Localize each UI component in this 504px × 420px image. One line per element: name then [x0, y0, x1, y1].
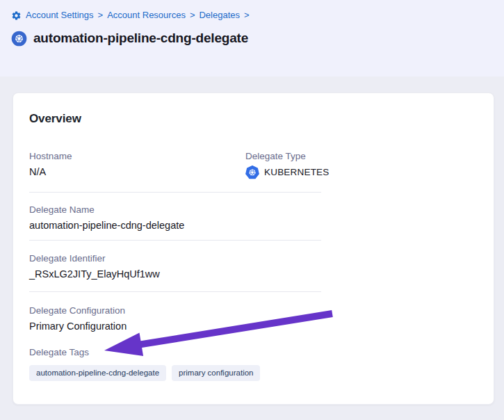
breadcrumb-separator: > — [98, 10, 104, 21]
delegate-type-field: Delegate Type — [245, 150, 330, 179]
hostname-label: Hostname — [29, 150, 245, 162]
settings-gear-icon — [11, 10, 22, 21]
delegate-tag: automation-pipeline-cdng-delegate — [29, 365, 166, 381]
delegate-name-value: automation-pipeline-cdng-delegate — [29, 219, 321, 232]
delegate-name-label: Delegate Name — [29, 204, 321, 216]
delegate-name-row: Delegate Name automation-pipeline-cdng-d… — [29, 193, 321, 241]
delegate-tags-row: Delegate Tags automation-pipeline-cdng-d… — [29, 346, 321, 381]
page-title: automation-pipeline-cdng-delegate — [33, 30, 248, 47]
delegate-details-page: Account Settings > Account Resources > D… — [0, 0, 504, 405]
delegate-type-value: KUBERNETES — [245, 165, 330, 179]
kubernetes-icon — [11, 31, 27, 47]
breadcrumb-separator: > — [244, 10, 250, 21]
delegate-type-label: Delegate Type — [245, 150, 330, 162]
hostname-value: N/A — [29, 165, 245, 178]
page-body: Overview Hostname N/A Delegate Type — [0, 76, 504, 405]
delegate-identifier-row: Delegate Identifier _RSxLG2JITy_ElayHqUf… — [29, 241, 321, 292]
delegate-configuration-label: Delegate Configuration — [29, 305, 321, 316]
hostname-type-row: Hostname N/A Delegate Type — [29, 139, 321, 193]
page-header: Account Settings > Account Resources > D… — [0, 0, 504, 76]
delegate-identifier-value: _RSxLG2JITy_ElayHqUf1ww — [29, 268, 321, 280]
breadcrumb-account-resources[interactable]: Account Resources — [107, 10, 186, 21]
title-row: automation-pipeline-cdng-delegate — [11, 30, 493, 47]
delegate-type-text: KUBERNETES — [264, 166, 330, 179]
breadcrumb: Account Settings > Account Resources > D… — [11, 10, 493, 21]
delegate-configuration-row: Delegate Configuration Primary Configura… — [29, 292, 321, 332]
delegate-tag-list: automation-pipeline-cdng-delegate primar… — [29, 365, 321, 381]
breadcrumb-separator: > — [190, 10, 195, 21]
delegate-tags-label: Delegate Tags — [29, 346, 321, 358]
delegate-configuration-value: Primary Configuration — [29, 320, 321, 332]
breadcrumb-delegates[interactable]: Delegates — [199, 10, 240, 21]
overview-card: Overview Hostname N/A Delegate Type — [13, 92, 494, 405]
breadcrumb-account-settings[interactable]: Account Settings — [26, 10, 94, 21]
delegate-tag: primary configuration — [172, 365, 260, 381]
kubernetes-icon — [245, 165, 259, 179]
overview-content: Hostname N/A Delegate Type — [29, 139, 321, 381]
delegate-identifier-label: Delegate Identifier — [29, 252, 321, 264]
hostname-field: Hostname N/A — [29, 150, 245, 179]
overview-heading: Overview — [29, 111, 477, 127]
